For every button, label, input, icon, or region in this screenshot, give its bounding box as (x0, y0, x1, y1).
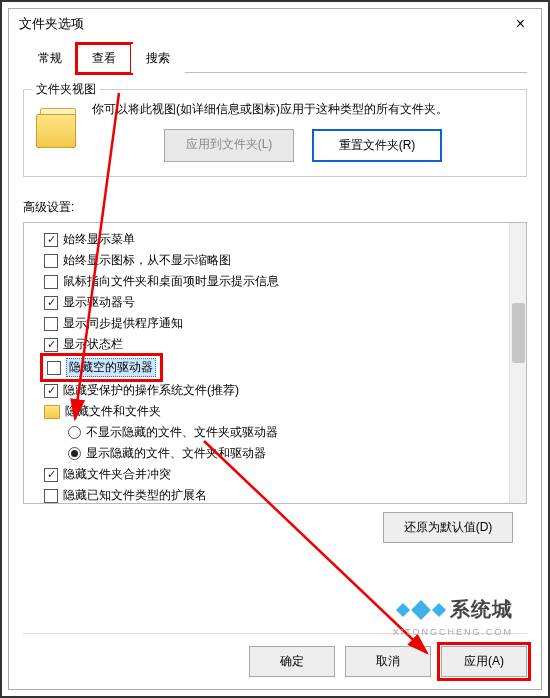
opt-hide-extensions[interactable]: 隐藏已知文件类型的扩展名 (28, 485, 522, 504)
radio-icon[interactable] (68, 447, 81, 460)
folder-view-title: 文件夹视图 (32, 81, 100, 98)
dialog-title: 文件夹选项 (19, 15, 84, 33)
tab-general[interactable]: 常规 (23, 44, 77, 73)
tab-view[interactable]: 查看 (77, 44, 131, 73)
watermark-text: 系统城 (450, 596, 513, 623)
opt-label: 隐藏文件夹合并冲突 (63, 466, 171, 483)
restore-defaults-button[interactable]: 还原为默认值(D) (383, 512, 513, 543)
content-area: 文件夹视图 你可以将此视图(如详细信息或图标)应用于这种类型的所有文件夹。 应用… (9, 73, 541, 553)
opt-hide-merge-conflicts[interactable]: ✓ 隐藏文件夹合并冲突 (28, 464, 522, 485)
checkbox-icon[interactable] (44, 489, 58, 503)
opt-label: 显示状态栏 (63, 336, 123, 353)
opt-always-show-icons[interactable]: 始终显示图标，从不显示缩略图 (28, 250, 522, 271)
checkbox-icon[interactable]: ✓ (44, 468, 58, 482)
titlebar: 文件夹选项 × (9, 9, 541, 39)
opt-label: 隐藏受保护的操作系统文件(推荐) (63, 382, 239, 399)
checkbox-icon[interactable] (44, 275, 58, 289)
opt-label: 显示隐藏的文件、文件夹和驱动器 (86, 445, 266, 462)
opt-show-sync-notifications[interactable]: 显示同步提供程序通知 (28, 313, 522, 334)
opt-hide-protected-os-files[interactable]: ✓ 隐藏受保护的操作系统文件(推荐) (28, 380, 522, 401)
opt-label: 隐藏已知文件类型的扩展名 (63, 487, 207, 504)
opt-show-status-bar[interactable]: ✓ 显示状态栏 (28, 334, 522, 355)
checkbox-icon[interactable]: ✓ (44, 233, 58, 247)
opt-label: 不显示隐藏的文件、文件夹或驱动器 (86, 424, 278, 441)
folder-view-desc: 你可以将此视图(如详细信息或图标)应用于这种类型的所有文件夹。 (92, 100, 514, 119)
checkbox-icon[interactable] (44, 254, 58, 268)
checkbox-icon[interactable]: ✓ (44, 338, 58, 352)
advanced-settings-list[interactable]: ✓ 始终显示菜单 始终显示图标，从不显示缩略图 鼠标指向文件夹和桌面项时显示提示… (23, 222, 527, 504)
opt-label: 始终显示图标，从不显示缩略图 (63, 252, 231, 269)
opt-label: 鼠标指向文件夹和桌面项时显示提示信息 (63, 273, 279, 290)
radio-icon[interactable] (68, 426, 81, 439)
apply-button[interactable]: 应用(A) (441, 646, 527, 677)
opt-show-tooltips[interactable]: 鼠标指向文件夹和桌面项时显示提示信息 (28, 271, 522, 292)
opt-label: 显示驱动器号 (63, 294, 135, 311)
scrollbar[interactable] (509, 223, 526, 503)
opt-label: 显示同步提供程序通知 (63, 315, 183, 332)
opt-label: 隐藏文件和文件夹 (65, 403, 161, 420)
tab-strip: 常规 查看 搜索 (23, 43, 527, 73)
dialog-button-row: 确定 取消 应用(A) (23, 633, 527, 677)
folder-mini-icon (44, 405, 60, 419)
apply-to-folders-button: 应用到文件夹(L) (164, 129, 294, 162)
ok-button[interactable]: 确定 (249, 646, 335, 677)
folder-view-group: 文件夹视图 你可以将此视图(如详细信息或图标)应用于这种类型的所有文件夹。 应用… (23, 89, 527, 177)
folder-options-dialog: 文件夹选项 × 常规 查看 搜索 文件夹视图 你可以将此视图(如详细信息或图标)… (8, 8, 542, 690)
tab-search[interactable]: 搜索 (131, 44, 185, 73)
checkbox-icon[interactable]: ✓ (44, 384, 58, 398)
checkbox-icon[interactable] (44, 317, 58, 331)
opt-dont-show-hidden[interactable]: 不显示隐藏的文件、文件夹或驱动器 (28, 422, 522, 443)
opt-label: 始终显示菜单 (63, 231, 135, 248)
opt-show-drive-letters[interactable]: ✓ 显示驱动器号 (28, 292, 522, 313)
checkbox-icon[interactable] (47, 361, 61, 375)
reset-folders-button[interactable]: 重置文件夹(R) (312, 129, 442, 162)
opt-hide-empty-drives[interactable]: 隐藏空的驱动器 (28, 355, 522, 380)
close-button[interactable]: × (510, 15, 531, 33)
opt-always-show-menu[interactable]: ✓ 始终显示菜单 (28, 229, 522, 250)
opt-hidden-files-group[interactable]: 隐藏文件和文件夹 (28, 401, 522, 422)
folder-icon (36, 104, 80, 152)
opt-show-hidden[interactable]: 显示隐藏的文件、文件夹和驱动器 (28, 443, 522, 464)
cancel-button[interactable]: 取消 (345, 646, 431, 677)
opt-label: 隐藏空的驱动器 (66, 358, 156, 377)
checkbox-icon[interactable]: ✓ (44, 296, 58, 310)
advanced-label: 高级设置: (23, 199, 527, 216)
scroll-thumb[interactable] (512, 303, 525, 363)
watermark: 系统城 (398, 596, 513, 623)
